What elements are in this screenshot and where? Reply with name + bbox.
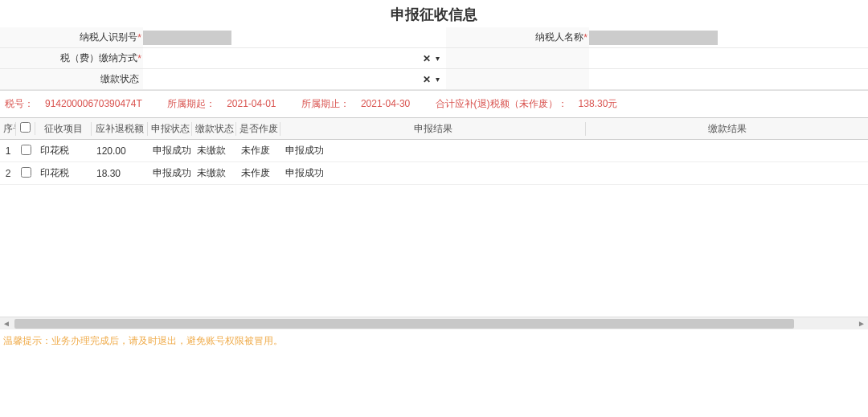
cell-jk-status: 未缴款 <box>192 144 236 157</box>
cell-sb-status: 申报成功 <box>148 166 192 180</box>
col-sb-result: 申报结果 <box>280 122 586 136</box>
cell-checkbox <box>16 145 35 157</box>
clear-icon[interactable]: ✕ <box>423 53 431 64</box>
page-title: 申报征收信息 <box>0 0 868 27</box>
warning-tip: 温馨提示：业务办理完成后，请及时退出，避免账号权限被冒用。 <box>0 329 868 353</box>
cell-item: 印花税 <box>35 144 92 157</box>
cell-item: 印花税 <box>35 166 92 180</box>
chevron-down-icon[interactable]: ▾ <box>436 75 440 84</box>
col-item: 征收项目 <box>35 122 92 136</box>
select-all-checkbox[interactable] <box>20 122 31 133</box>
row-checkbox[interactable] <box>21 145 31 155</box>
taxpayer-form: 纳税人识别号* 纳税人名称* 税（费）缴纳方式* ✕ ▾ <box>0 27 868 91</box>
cell-amount: 120.00 <box>92 145 148 157</box>
taxpayer-id-value <box>143 27 446 48</box>
cell-void: 未作废 <box>236 144 280 157</box>
col-index: 序号 <box>0 122 16 136</box>
payment-method-select[interactable]: ✕ ▾ <box>143 48 446 69</box>
horizontal-scrollbar[interactable]: ◄ ► <box>0 317 868 329</box>
row-checkbox[interactable] <box>21 167 31 178</box>
cell-amount: 18.30 <box>92 168 148 179</box>
cell-checkbox <box>16 167 35 180</box>
taxpayer-name-value <box>589 27 868 48</box>
col-checkbox <box>16 122 35 135</box>
col-amount: 应补退税额 <box>92 122 148 136</box>
col-sb-status: 申报状态 <box>148 122 192 136</box>
table-row: 2印花税18.30申报成功未缴款未作废申报成功 <box>0 162 868 185</box>
scroll-right-icon[interactable]: ► <box>855 319 868 328</box>
table-row: 1印花税120.00申报成功未缴款未作废申报成功 <box>0 140 868 162</box>
cell-jk-status: 未缴款 <box>192 166 236 180</box>
cell-sb-result: 申报成功 <box>280 166 586 180</box>
payment-method-input[interactable] <box>143 50 446 67</box>
summary-bar: 税号：91420000670390474T 所属期起：2021-04-01 所属… <box>0 91 868 117</box>
taxpayer-name-label: 纳税人名称* <box>446 27 589 48</box>
clear-icon[interactable]: ✕ <box>423 74 431 85</box>
cell-index: 1 <box>0 145 16 157</box>
payment-status-input[interactable] <box>143 71 446 88</box>
scroll-left-icon[interactable]: ◄ <box>0 319 13 328</box>
scrollbar-thumb[interactable] <box>14 319 794 329</box>
col-jk-status: 缴款状态 <box>192 122 236 136</box>
payment-method-label: 税（费）缴纳方式* <box>0 48 143 69</box>
col-void: 是否作废 <box>236 122 280 136</box>
cell-sb-status: 申报成功 <box>148 144 192 157</box>
cell-void: 未作废 <box>236 166 280 180</box>
grid-body: 1印花税120.00申报成功未缴款未作废申报成功2印花税18.30申报成功未缴款… <box>0 140 868 317</box>
taxpayer-id-label: 纳税人识别号* <box>0 27 143 48</box>
grid-header: 序号 征收项目 应补退税额 申报状态 缴款状态 是否作废 申报结果 缴款结果 <box>0 117 868 140</box>
cell-sb-result: 申报成功 <box>280 144 586 157</box>
chevron-down-icon[interactable]: ▾ <box>436 54 440 63</box>
payment-status-select[interactable]: ✕ ▾ <box>143 69 446 90</box>
payment-status-label: 缴款状态 <box>0 69 143 90</box>
col-jk-result: 缴款结果 <box>586 122 868 136</box>
button-bar: 查询申报缴款状态 缴 款 作 废 返 回 <box>0 353 868 417</box>
cell-index: 2 <box>0 168 16 179</box>
